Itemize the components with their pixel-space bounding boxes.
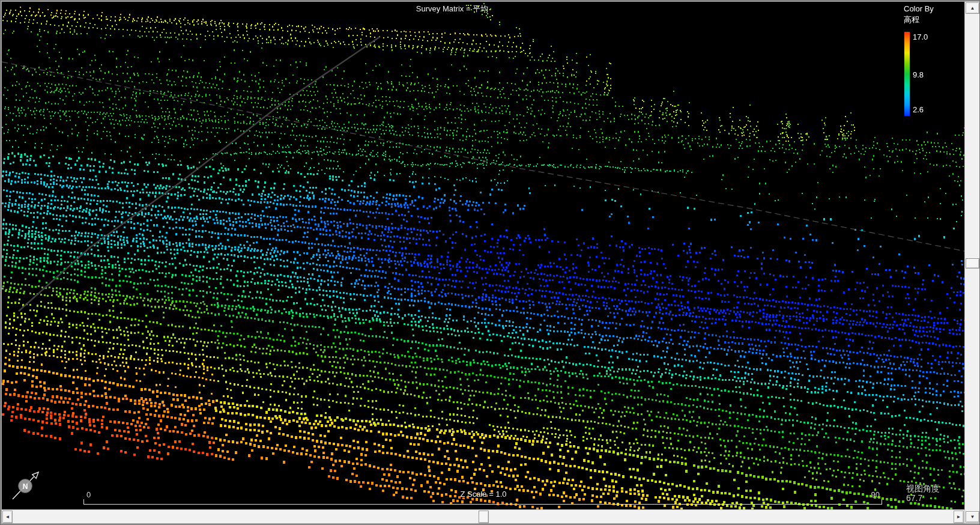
colorbar-max-label: 17.0 — [913, 32, 928, 41]
viewport-client-area: Survey Matrix = 平均 Color By 高程 17.0 9.8 … — [2, 2, 979, 523]
legend-heading-line1: Color By — [904, 4, 934, 13]
colorbar-min-label: 2.6 — [913, 105, 924, 114]
horizontal-scrollbar[interactable]: ◄ ► — [2, 509, 964, 523]
view-angle-label: 视图角度 — [906, 484, 940, 493]
horizontal-scrollbar-thumb[interactable] — [479, 511, 489, 523]
scroll-down-button[interactable]: ▼ — [966, 511, 979, 523]
colorbar-mid-label: 9.8 — [913, 70, 924, 79]
colorbar-gradient — [904, 32, 910, 116]
scroll-up-button[interactable]: ▲ — [966, 2, 979, 14]
vertical-scrollbar-thumb[interactable] — [966, 258, 979, 269]
scroll-right-button[interactable]: ► — [954, 511, 964, 523]
legend-heading-line2: 高程 — [904, 14, 919, 25]
scale-bar-right-tick — [882, 499, 882, 504]
vertical-scrollbar[interactable]: ▲ ▼ — [964, 2, 979, 523]
scale-bar-max-label: 90 — [862, 490, 880, 499]
view-angle-readout: 视图角度 67.7 — [906, 484, 940, 503]
scroll-left-button[interactable]: ◄ — [2, 511, 13, 523]
scale-bar-min-label: 0 — [86, 490, 91, 499]
horizontal-scale-bar — [83, 504, 882, 505]
survey-3d-window: Survey Matrix = 平均 Color By 高程 17.0 9.8 … — [0, 0, 980, 525]
view-angle-value: 67.7 — [906, 493, 940, 503]
north-compass: N — [5, 448, 47, 505]
scale-bar-left-tick — [83, 499, 84, 504]
point-cloud-viewport[interactable] — [2, 2, 964, 509]
compass-north-letter: N — [23, 482, 28, 491]
view-title: Survey Matrix = 平均 — [2, 4, 903, 14]
z-scale-label: Z Scale = 1.0 — [433, 490, 534, 499]
